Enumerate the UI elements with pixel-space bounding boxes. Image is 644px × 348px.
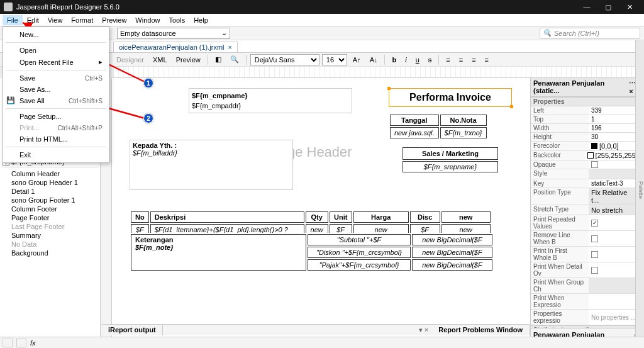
menu-edit[interactable]: Edit — [23, 15, 43, 25]
td-sales: $F{m_srepname} — [402, 161, 498, 172]
performa-invoice-title[interactable]: Performa Invoice — [389, 88, 512, 107]
font-size-select[interactable]: 16 — [322, 54, 347, 65]
right-panel-title: Penawaran Penjualan (static... — [533, 79, 629, 95]
align-right-icon[interactable]: ≡ — [469, 54, 479, 65]
output-tab[interactable]: iReport output — [102, 325, 163, 335]
menu-preview[interactable]: Preview — [97, 15, 131, 25]
menu-print: Print...Ctrl+Alt+Shift+P — [3, 122, 109, 133]
search-box[interactable]: 🔍 Search (Ctrl+I) — [540, 28, 640, 39]
strike-button[interactable]: s — [425, 54, 435, 65]
tab-label: oicePenawaranPenjualan (1).jrxml — [119, 43, 225, 51]
tree-section[interactable]: Summary — [1, 231, 99, 240]
menu-exit[interactable]: Exit — [3, 149, 109, 160]
menu-save[interactable]: SaveCtrl+S — [3, 72, 109, 84]
tree-section[interactable]: No Data — [1, 240, 99, 249]
footer-table[interactable]: Keterangan $F{m_note} "Subtotal "+$F new… — [130, 233, 494, 272]
datasource-combo[interactable]: Empty datasource ⌄ — [117, 28, 230, 39]
status-icon[interactable] — [3, 339, 13, 347]
th-tanggal: Tanggal — [390, 115, 439, 126]
minimize-button[interactable]: — — [576, 0, 597, 14]
align-center-icon[interactable]: ≡ — [456, 54, 466, 65]
cmpname-field: $F{m_cmpname} — [192, 92, 248, 99]
italic-button[interactable]: i — [402, 54, 409, 65]
menu-new[interactable]: New... — [3, 29, 109, 40]
fx-label: fx — [30, 339, 36, 347]
menu-save-all[interactable]: 💾Save AllCtrl+Shift+S — [3, 95, 109, 106]
tree-section[interactable]: sono Group Header 1 — [1, 178, 99, 187]
document-tab[interactable]: oicePenawaranPenjualan (1).jrxml × — [113, 42, 238, 52]
align-justify-icon[interactable]: ≡ — [482, 54, 492, 65]
menu-tools[interactable]: Tools — [164, 15, 189, 25]
td-tanggal: new java.sql. — [390, 127, 439, 138]
cmpaddr-field: $F{m_cmpaddr} — [192, 102, 241, 109]
keterangan-label: Keterangan — [135, 236, 302, 244]
th-sales: Sales / Marketing — [402, 147, 498, 160]
underline-button[interactable]: u — [413, 54, 423, 65]
font-size-down[interactable]: A↓ — [367, 54, 381, 65]
tree-section[interactable]: Detail 1 — [1, 187, 99, 196]
save-all-icon: 💾 — [6, 96, 15, 105]
view-designer[interactable]: Designer — [113, 54, 147, 65]
tool-icon[interactable]: ◧ — [212, 54, 225, 65]
col-qty: Qty — [306, 211, 328, 223]
menu-window[interactable]: Window — [131, 15, 164, 25]
date-nota-table[interactable]: TanggalNo.Nota new java.sql.$F{m_trxno} — [389, 113, 488, 140]
chevron-down-icon: ⌄ — [221, 29, 227, 37]
subtotal-value: new BigDecimal($F — [412, 234, 492, 245]
font-family-select[interactable]: DejaVu Sans — [250, 54, 319, 65]
sales-table[interactable]: Sales / Marketing $F{m_srepname} — [401, 146, 499, 174]
view-xml[interactable]: XML — [150, 54, 170, 65]
props-header[interactable]: Properties — [531, 97, 644, 106]
menu-print-html[interactable]: Print to HTML... — [3, 133, 109, 145]
statusbar: fx — [0, 337, 644, 348]
status-icon[interactable] — [16, 339, 26, 347]
menu-view[interactable]: View — [43, 15, 67, 25]
property-sheet: Properties Left339 Top1 Width196 Height3… — [531, 97, 644, 328]
tree-section[interactable]: sono Group Footer 1 — [1, 196, 99, 205]
menu-help[interactable]: Help — [189, 15, 213, 25]
menu-open[interactable]: Open — [3, 45, 109, 56]
align-left-icon[interactable]: ≡ — [443, 54, 453, 65]
menu-open-recent[interactable]: Open Recent File▸ — [3, 56, 109, 68]
tree-section[interactable]: Column Footer — [1, 205, 99, 213]
diskon-label: "Diskon "+$F{m_crcsymbol} — [308, 247, 411, 258]
billaddr-field: $F{m_billaddr} — [133, 149, 177, 157]
note-field: $F{m_note} — [135, 244, 302, 251]
pajak-label: "Pajak"+$F{m_crcsymbol} — [308, 259, 411, 271]
bold-button[interactable]: b — [389, 54, 399, 65]
kepada-label: Kepada Yth. : — [133, 142, 177, 149]
col-no: No — [131, 211, 149, 223]
menu-save-as[interactable]: Save As... — [3, 84, 109, 95]
pajak-value: new BigDecimal($F — [412, 259, 492, 271]
kepada-box[interactable]: Kepada Yth. : $F{m_billaddr} — [130, 140, 293, 190]
menubar: File Edit View Format Preview Window Too… — [0, 14, 644, 26]
output-close-icon[interactable]: ▾ × — [415, 325, 432, 335]
menu-file[interactable]: File — [3, 15, 23, 25]
tree-section[interactable]: Background — [1, 249, 99, 257]
search-icon: 🔍 — [543, 29, 552, 37]
tree-section[interactable]: Column Header — [1, 169, 99, 178]
col-deskripsi: Deskripsi — [150, 211, 304, 223]
tree-section[interactable]: Last Page Footer — [1, 222, 99, 231]
close-button[interactable]: ✕ — [619, 0, 640, 14]
col-new: new — [441, 211, 491, 223]
search-placeholder: Search (Ctrl+I) — [554, 30, 599, 37]
tree-section[interactable]: Page Footer — [1, 213, 99, 222]
font-size-up[interactable]: A↑ — [350, 54, 364, 65]
zoom-icon[interactable]: 🔍 — [227, 54, 242, 65]
menu-format[interactable]: Format — [67, 15, 97, 25]
problems-tab[interactable]: Report Problems Window — [432, 325, 530, 335]
th-nonota: No.Nota — [440, 115, 487, 126]
close-icon[interactable]: × — [228, 43, 232, 51]
app-icon — [4, 3, 13, 11]
maximize-button[interactable]: ▢ — [597, 0, 619, 14]
window-title: Jaspersoft iReport Designer 5.6.0 — [16, 3, 119, 11]
datasource-value: Empty datasource — [120, 30, 176, 37]
palette-strip[interactable]: Palette — [635, 40, 644, 337]
annotation-marker-1: 1 — [143, 78, 153, 88]
td-nonota: $F{m_trxno} — [440, 127, 487, 138]
menu-page-setup[interactable]: Page Setup... — [3, 111, 109, 122]
file-dropdown: New... Open Open Recent File▸ SaveCtrl+S… — [3, 26, 109, 163]
company-block[interactable]: $F{m_cmpname} $F{m_cmpaddr} — [189, 88, 352, 113]
view-preview[interactable]: Preview — [173, 54, 204, 65]
